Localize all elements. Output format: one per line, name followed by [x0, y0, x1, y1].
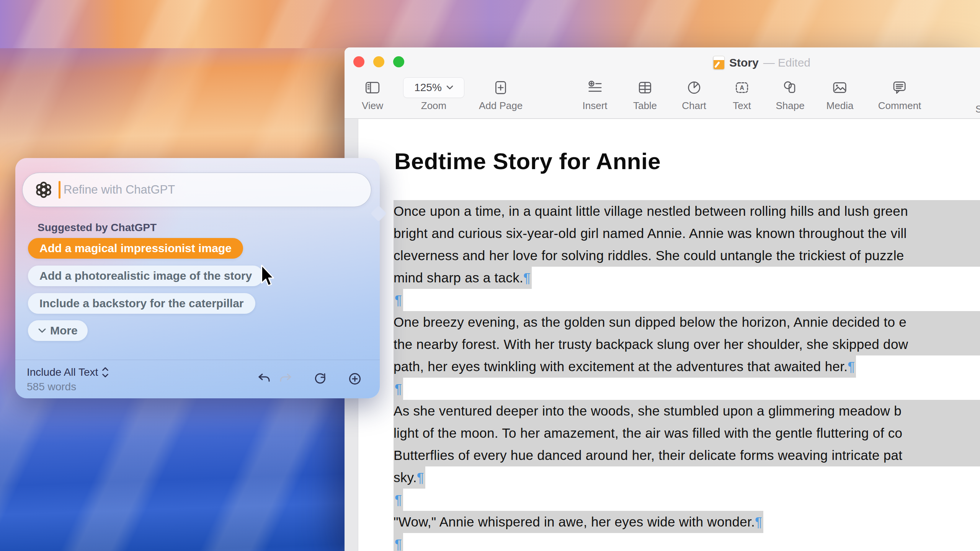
- retry-button[interactable]: [313, 372, 328, 386]
- view-icon: [362, 77, 383, 98]
- popup-footer: Include All Text 585 words: [15, 360, 380, 398]
- pilcrow-mark: ¶: [395, 381, 402, 396]
- document-edited-status: — Edited: [763, 56, 810, 69]
- text-line-empty[interactable]: ¶: [394, 489, 980, 511]
- refine-input-container[interactable]: [22, 173, 371, 207]
- svg-text:A: A: [740, 85, 744, 91]
- toolbar-item-add-page[interactable]: Add Page: [479, 77, 523, 112]
- text-icon: A: [733, 77, 751, 98]
- toolbar-item-view[interactable]: View: [362, 77, 383, 112]
- toolbar-item-insert[interactable]: Insert: [582, 77, 607, 112]
- more-button[interactable]: More: [28, 320, 88, 341]
- text-line-empty[interactable]: ¶: [394, 533, 980, 551]
- chevron-down-icon: [446, 85, 453, 90]
- toolbar-item-media[interactable]: Media: [826, 77, 854, 112]
- pilcrow-mark: ¶: [848, 359, 855, 374]
- pages-window: Story — Edited View 125% Zoom Add Page: [345, 47, 980, 551]
- window-title: Story — Edited: [713, 56, 810, 70]
- pilcrow-mark: ¶: [395, 292, 402, 307]
- text-line[interactable]: the nearby forest. With her trusty backp…: [394, 333, 980, 355]
- up-down-chevrons-icon: [101, 367, 109, 378]
- pilcrow-mark: ¶: [395, 492, 402, 507]
- pilcrow-mark: ¶: [755, 514, 762, 529]
- text-line[interactable]: path, her eyes twinkling with excitement…: [394, 355, 980, 378]
- media-icon: [826, 77, 854, 98]
- chart-icon: [682, 77, 706, 98]
- toolbar-item-table[interactable]: Table: [633, 77, 657, 112]
- redo-button[interactable]: [279, 372, 293, 386]
- insert-icon: [582, 77, 607, 98]
- pilcrow-mark: ¶: [417, 470, 424, 485]
- toolbar-item-comment[interactable]: Comment: [878, 77, 921, 112]
- undo-button[interactable]: [256, 372, 271, 386]
- text-line[interactable]: "Wow," Annie whispered in awe, her eyes …: [394, 511, 980, 533]
- text-line-empty[interactable]: ¶: [394, 289, 980, 311]
- desktop-wallpaper-top: [0, 0, 980, 48]
- include-text-selector[interactable]: Include All Text: [27, 366, 109, 378]
- text-line[interactable]: Butterflies of every hue danced around h…: [394, 444, 980, 466]
- text-line-empty[interactable]: ¶: [394, 378, 980, 400]
- chatgpt-logo-icon: [34, 180, 53, 199]
- comment-icon: [878, 77, 921, 98]
- document-canvas: Bedtime Story for Annie Once upon a time…: [345, 119, 980, 551]
- text-line[interactable]: bright and curious six-year-old girl nam…: [394, 222, 980, 245]
- document-title: Story: [729, 56, 759, 69]
- pilcrow-mark: ¶: [395, 536, 402, 551]
- table-icon: [633, 77, 657, 98]
- text-line[interactable]: cleverness and her love for solving ridd…: [394, 245, 980, 267]
- refine-input[interactable]: [60, 183, 371, 197]
- toolbar-item-zoom[interactable]: 125% Zoom: [403, 77, 464, 112]
- suggestion-photorealistic[interactable]: Add a photorealistic image of the story: [28, 266, 263, 286]
- add-page-icon: [479, 77, 523, 98]
- suggestion-magical-impressionist[interactable]: Add a magical impressionist image: [28, 238, 243, 259]
- minimize-button[interactable]: [373, 56, 384, 67]
- close-button[interactable]: [353, 56, 364, 67]
- suggestion-backstory[interactable]: Include a backstory for the caterpillar: [28, 293, 255, 314]
- suggested-by-label: Suggested by ChatGPT: [38, 222, 157, 234]
- toolbar-item-chart[interactable]: Chart: [682, 77, 706, 112]
- mouse-cursor: [260, 265, 275, 289]
- toolbar-item-text[interactable]: A Text: [733, 77, 751, 112]
- text-line[interactable]: Once upon a time, in a quaint little vil…: [394, 200, 980, 222]
- fullscreen-button[interactable]: [393, 56, 404, 67]
- toolbar-item-clipped[interactable]: S: [975, 103, 980, 115]
- text-line[interactable]: As she ventured deeper into the woods, s…: [394, 400, 980, 422]
- add-button[interactable]: [348, 372, 362, 386]
- shape-icon: [776, 77, 804, 98]
- toolbar-item-shape[interactable]: Shape: [776, 77, 804, 112]
- zoom-dropdown[interactable]: 125%: [403, 77, 464, 98]
- document-heading[interactable]: Bedtime Story for Annie: [394, 148, 661, 174]
- chatgpt-refine-popup: Suggested by ChatGPT Add a magical impre…: [15, 158, 380, 398]
- pilcrow-mark: ¶: [523, 270, 531, 285]
- pages-document-icon: [713, 56, 725, 70]
- chevron-down-icon: [38, 328, 46, 334]
- text-line[interactable]: mind sharp as a tack.¶: [394, 267, 980, 289]
- window-header: Story — Edited View 125% Zoom Add Page: [345, 47, 980, 119]
- text-line[interactable]: One breezy evening, as the golden sun di…: [394, 311, 980, 333]
- text-line[interactable]: sky.¶: [394, 466, 980, 489]
- word-count: 585 words: [27, 381, 76, 393]
- text-line[interactable]: light of the moon. To her amazement, the…: [394, 422, 980, 444]
